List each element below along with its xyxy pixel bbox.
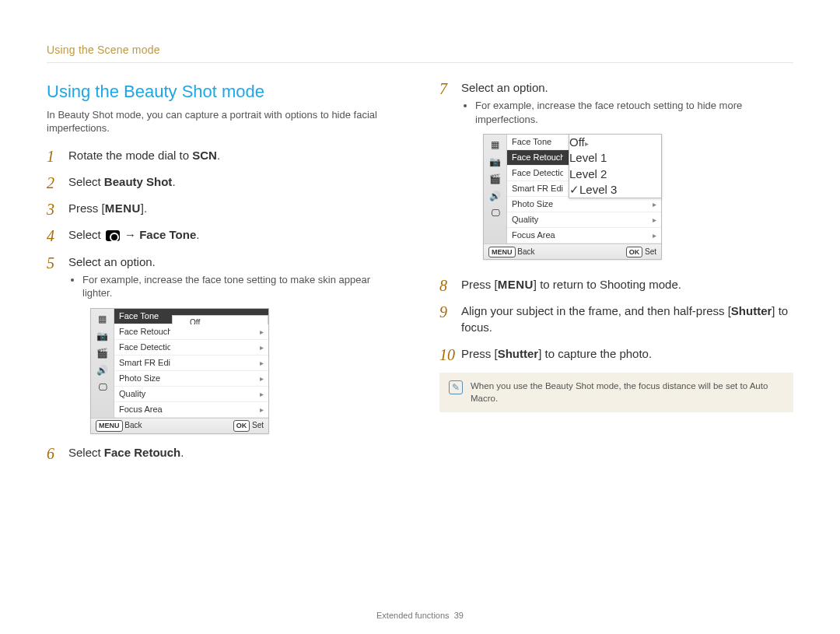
lcd-option: ✓Level 3	[569, 182, 661, 198]
lcd-footer: MENU Back OK Set	[484, 243, 661, 259]
step-text: Align your subject in the frame, and the…	[461, 304, 731, 317]
note-icon: ✎	[449, 380, 463, 394]
step-select-beauty: Select Beauty Shot.	[47, 174, 401, 190]
running-head: Using the Scene mode	[47, 43, 793, 58]
step-text: Press [	[68, 201, 105, 215]
shutter-label: Shutter	[731, 304, 772, 317]
step-capture: Press [Shutter] to capture the photo.	[439, 346, 793, 362]
step-subtext: For example, increase the face retouch s…	[475, 99, 793, 126]
step-rotate-dial: Rotate the mode dial to SCN.	[47, 148, 401, 163]
arrow: →	[121, 228, 139, 241]
step-text: .	[196, 228, 199, 241]
step-select-face-retouch: Select Face Retouch.	[47, 445, 401, 461]
lcd-row: Focus Area▸	[507, 228, 661, 243]
lcd-set-label: Set	[252, 421, 264, 429]
lcd-back-label: Back	[517, 247, 534, 256]
menu-label: MENU	[105, 201, 141, 215]
step-text: Select	[68, 228, 104, 241]
lcd-row: Face Retouch▸	[114, 324, 268, 340]
video-icon: 🎬	[94, 346, 111, 360]
video-icon: 🎬	[487, 172, 504, 186]
footer-page-number: 39	[454, 611, 464, 620]
lcd-row: Quality▸	[114, 387, 268, 402]
note-box: ✎ When you use the Beauty Shot mode, the…	[439, 373, 793, 412]
step-press-menu: Press [MENU].	[47, 201, 401, 216]
headline-rule	[47, 62, 793, 63]
step-text: Press [	[461, 278, 498, 291]
lcd-set-label: Set	[645, 247, 656, 256]
lcd-sidebar-icons: ▦ 📷 🎬 🔊 🖵	[91, 309, 114, 418]
step-text: Select an option.	[68, 255, 156, 268]
scene-icon: ▦	[487, 138, 504, 152]
lcd-row-label: Face Tone	[119, 310, 170, 322]
scn-label: SCN	[192, 149, 217, 162]
section-title: Using the Beauty Shot mode	[47, 80, 401, 103]
camera-icon: 📷	[487, 155, 504, 169]
step-text: .	[217, 149, 220, 162]
note-text: When you use the Beauty Shot mode, the f…	[471, 380, 784, 405]
step-press-menu-return: Press [MENU] to return to Shooting mode.	[439, 277, 793, 292]
step-bold: Face Retouch	[104, 446, 180, 459]
section-intro: In Beauty Shot mode, you can capture a p…	[47, 108, 401, 135]
lcd-figure-facetone: ▦ 📷 🎬 🔊 🖵 Face Tone	[90, 308, 269, 434]
column-left: Using the Beauty Shot mode In Beauty Sho…	[47, 80, 401, 471]
page-footer: Extended functions 39	[0, 610, 840, 622]
step-text: Select an option.	[461, 81, 548, 94]
lcd-row: Quality▸	[507, 212, 661, 228]
ok-tag: OK	[233, 420, 250, 431]
ok-tag: OK	[626, 247, 643, 257]
sound-icon: 🔊	[94, 363, 111, 377]
lcd-option: Level 2	[569, 166, 661, 182]
step-text: .	[180, 446, 184, 459]
step-text: Select	[68, 446, 104, 459]
step-select-option-2: Select an option. For example, increase …	[439, 80, 793, 260]
lcd-popup: Off▸ Level 1 Level 2 ✓Level 3	[569, 134, 662, 198]
lcd-row: Face Tone Off Level 1 ✓Level 2 Level 3	[114, 309, 268, 324]
column-right: Select an option. For example, increase …	[439, 80, 793, 471]
step-text: Press [	[461, 347, 498, 360]
lcd-row: Photo Size▸	[507, 197, 661, 212]
step-text: ].	[141, 201, 147, 215]
lcd-row: Focus Area▸	[114, 402, 268, 418]
steps-right: Select an option. For example, increase …	[439, 80, 793, 362]
step-text: Select	[68, 175, 104, 188]
lcd-sidebar-icons: ▦ 📷 🎬 🔊 🖵	[484, 135, 507, 243]
lcd-footer: MENU Back OK Set	[91, 418, 268, 433]
menu-label: MENU	[498, 278, 534, 291]
lcd-row: Photo Size▸	[114, 371, 268, 387]
lcd-figure-faceretouch: ▦ 📷 🎬 🔊 🖵 Face Tone▸ Face Retouch▸ F	[483, 134, 676, 260]
display-icon: 🖵	[487, 206, 504, 220]
lcd-row: Smart FR Edit▸	[114, 356, 268, 371]
menu-tag: MENU	[488, 247, 516, 257]
step-bold: Face Tone	[139, 228, 196, 241]
step-bold: Beauty Shot	[104, 175, 173, 188]
step-select-option-1: Select an option. For example, increase …	[47, 254, 401, 434]
scene-icon: ▦	[94, 312, 111, 326]
step-select-facetone: Select → Face Tone.	[47, 227, 401, 243]
step-align-subject: Align your subject in the frame, and the…	[439, 303, 793, 335]
camera-icon	[106, 230, 120, 241]
menu-tag: MENU	[96, 420, 123, 431]
lcd-option: Level 1	[569, 150, 661, 166]
sound-icon: 🔊	[487, 189, 504, 203]
lcd-menu-list: Face Tone Off Level 1 ✓Level 2 Level 3	[114, 309, 268, 418]
step-text: ] to return to Shooting mode.	[534, 278, 681, 291]
step-text: Rotate the mode dial to	[68, 149, 192, 162]
step-text: .	[172, 175, 175, 188]
lcd-back-label: Back	[124, 421, 142, 429]
steps-left: Rotate the mode dial to SCN. Select Beau…	[47, 148, 401, 461]
footer-label: Extended functions	[376, 611, 450, 620]
camera-icon: 📷	[94, 329, 111, 343]
lcd-option: Off▸	[569, 135, 661, 150]
step-text: ] to capture the photo.	[538, 347, 652, 360]
display-icon: 🖵	[94, 380, 111, 394]
lcd-row: Face Detection▸	[114, 340, 268, 356]
shutter-label: Shutter	[498, 347, 539, 360]
step-subtext: For example, increase the face tone sett…	[82, 273, 401, 300]
